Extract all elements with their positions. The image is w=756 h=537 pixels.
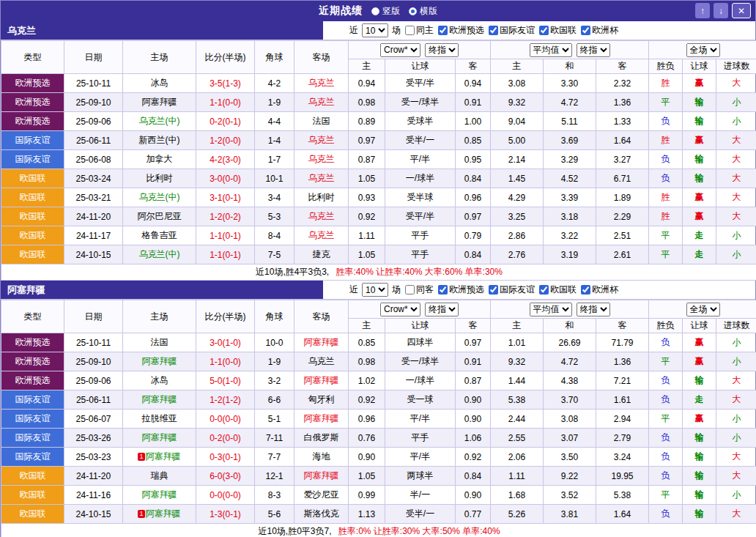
handicap-line: 受一/球半	[385, 93, 456, 112]
sections-container: 乌克兰 近 10 场 同主 欧洲预选 国际友谊	[1, 21, 755, 537]
match-count-select[interactable]: 10	[362, 283, 388, 297]
competition-checkbox-input[interactable]	[489, 26, 498, 35]
competition-checkbox-input[interactable]	[489, 285, 498, 295]
avg-away: 3.27	[596, 150, 649, 169]
competition-checkbox[interactable]: 欧洲预选	[435, 24, 484, 37]
bookmaker-select[interactable]: Crow*	[380, 303, 420, 316]
competition-checkbox-input[interactable]	[539, 26, 549, 35]
layout-vertical-label: 竖版	[382, 5, 400, 18]
match-date: 24-11-17	[64, 226, 123, 245]
handicap-result: 输	[695, 173, 704, 183]
odds-home: 1.11	[349, 226, 385, 245]
match-count-select[interactable]: 10	[362, 23, 388, 37]
avg-away: 7.21	[596, 371, 649, 390]
avg-home: 5.26	[491, 505, 544, 524]
away-cell: 匈牙利	[294, 390, 349, 410]
average-select[interactable]: 平均值	[530, 43, 572, 57]
competition-checkbox-input[interactable]	[438, 285, 448, 295]
away-cell: 爱沙尼亚	[294, 486, 349, 505]
competition-cell: 国际友谊	[1, 448, 64, 467]
goals-cell: 大	[716, 448, 756, 467]
away-cell: 法国	[294, 112, 349, 131]
away-team: 白俄罗斯	[304, 432, 339, 442]
handicap-result: 输	[695, 508, 704, 519]
competition-checkbox[interactable]: 欧洲杯	[578, 24, 618, 37]
competition-checkbox[interactable]: 国际友谊	[486, 284, 535, 296]
layout-vertical-radio[interactable]: 竖版	[371, 5, 400, 18]
same-venue-checkbox-input[interactable]	[405, 26, 415, 35]
match-result: 胜	[662, 135, 670, 145]
competition-cell: 国际友谊	[1, 150, 64, 169]
odds-home: 0.92	[349, 207, 385, 226]
bookmaker-select[interactable]: Crow*	[380, 43, 420, 57]
avg-home: 2.06	[491, 448, 544, 467]
avg-home: 1.01	[491, 333, 544, 352]
competition-checkbox-input[interactable]	[438, 26, 448, 35]
average-select[interactable]: 平均值	[530, 303, 572, 316]
home-team: 阿尔巴尼亚	[138, 211, 182, 221]
competition-checkbox[interactable]: 欧国联	[536, 24, 577, 37]
scroll-down-button[interactable]: ↓	[714, 3, 728, 18]
corners: 10-0	[255, 333, 294, 352]
average-type-select[interactable]: 终指	[577, 303, 610, 316]
odds-type-select[interactable]: 终指	[425, 303, 459, 316]
handicap-line: 受一/球半	[385, 352, 456, 371]
odds-home: 1.02	[349, 371, 385, 390]
competition-checkbox[interactable]: 欧洲杯	[578, 284, 618, 296]
scope-select[interactable]: 全场	[686, 303, 720, 316]
layout-horizontal-radio[interactable]: 横版	[409, 5, 437, 18]
odds-away: 0.77	[456, 505, 491, 524]
avg-draw: 3.81	[544, 505, 596, 524]
avg-home: 1.68	[491, 486, 544, 505]
handicap-result: 走	[695, 249, 704, 259]
away-team: 法国	[313, 116, 330, 126]
away-team: 乌克兰	[308, 356, 335, 366]
match-date: 24-11-16	[64, 486, 123, 505]
goals-cell: 大	[716, 505, 756, 524]
avg-home: 5.00	[491, 131, 544, 150]
score: 3-1(0-1)	[196, 188, 255, 207]
avg-draw: 3.08	[544, 410, 596, 429]
match-date: 25-06-08	[64, 150, 123, 169]
competition-checkbox[interactable]: 欧国联	[536, 284, 577, 296]
home-team: 拉脱维亚	[142, 413, 177, 423]
competition-checkbox[interactable]: 国际友谊	[486, 24, 535, 37]
odds-home: 1.05	[349, 467, 385, 486]
home-cell: 新西兰(中)	[123, 131, 196, 150]
competition-checkbox[interactable]: 欧洲预选	[435, 284, 484, 296]
score: 1-3(0-1)	[196, 505, 255, 524]
home-cell: 阿塞拜疆	[123, 486, 196, 505]
match-date: 25-09-06	[64, 371, 123, 390]
competition-cell: 欧洲预选	[1, 93, 64, 112]
away-cell: 乌克兰	[294, 169, 349, 188]
competition-checkbox-input[interactable]	[539, 285, 549, 295]
result-cell: 负	[649, 169, 683, 188]
avg-away: 1.61	[596, 390, 649, 410]
close-button[interactable]: ✕	[732, 3, 751, 18]
match-row: 欧国联 24-11-20 瑞典 6-0(3-0) 12-1 阿塞拜疆 1.05 …	[1, 467, 756, 486]
layout-horizontal-label: 横版	[420, 5, 437, 18]
same-venue-checkbox-input[interactable]	[405, 285, 415, 295]
goals-result: 大	[733, 375, 741, 385]
competition-cell: 欧国联	[1, 486, 64, 505]
goals-cell: 小	[716, 429, 756, 448]
scope-select[interactable]: 全场	[686, 43, 720, 57]
score: 3-5(1-3)	[196, 74, 255, 93]
handicap-result: 赢	[695, 356, 704, 366]
near-label: 近	[349, 284, 358, 296]
scroll-up-button[interactable]: ↑	[695, 3, 710, 18]
odds-away: 0.91	[456, 93, 491, 112]
home-team: 新西兰(中)	[139, 135, 180, 145]
odds-type-select[interactable]: 终指	[425, 43, 459, 57]
col-header-score: 比分(半场)	[196, 41, 255, 74]
competition-checkbox-input[interactable]	[581, 285, 590, 295]
competition-cell: 欧国联	[1, 245, 64, 264]
radio-icon	[371, 7, 379, 15]
average-type-select[interactable]: 终指	[577, 43, 610, 57]
home-cell: 阿塞拜疆	[123, 352, 196, 371]
same-venue-checkbox[interactable]: 同主	[402, 24, 434, 37]
match-date: 25-06-11	[64, 131, 123, 150]
competition-checkbox-input[interactable]	[581, 26, 590, 35]
corners: 3-2	[255, 371, 294, 390]
same-venue-checkbox[interactable]: 同客	[402, 284, 434, 296]
